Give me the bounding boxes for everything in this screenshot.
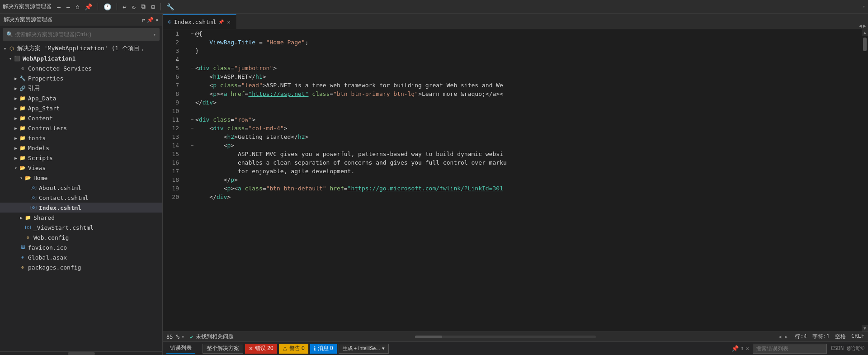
search-dropdown-icon[interactable]: ▾	[153, 32, 156, 38]
panel-expand-icon[interactable]: ⬆	[741, 345, 744, 352]
btn-warnings[interactable]: ⚠ 警告 0	[279, 344, 308, 354]
history-icon[interactable]: 🕐	[102, 2, 113, 11]
tree-item-fonts[interactable]: ▶ 📁 fonts	[0, 133, 162, 143]
btn-build-scope[interactable]: 生成 + IntelliSe... ▾	[339, 344, 389, 354]
controllers-icon: 📁	[19, 124, 26, 132]
viewstart-label: _ViewStart.cshtml	[33, 224, 94, 231]
tab-close-button[interactable]: ✕	[227, 19, 231, 25]
home-arrow: ▾	[18, 175, 24, 180]
code-editor[interactable]: 1234567891011121314151617181920 −@{ View…	[163, 29, 868, 331]
error-search-input[interactable]	[753, 344, 827, 354]
fold-icon-11[interactable]: −	[189, 115, 195, 124]
line-number-19: 19	[163, 184, 185, 193]
code-line-16: enables a clean separation of concerns a…	[189, 158, 862, 167]
tab-index-cshtml[interactable]: © Index.cshtml 📌 ✕	[163, 14, 236, 29]
main-layout: 解决方案资源管理器 ⇄ 📌 ✕ 🔍 ▾ ▾ ⬡ 解决方案 'MyWebAppli…	[0, 14, 868, 355]
paste-icon[interactable]: ⊡	[149, 2, 156, 11]
sidebar-pin-icon[interactable]: 📌	[147, 17, 154, 23]
btn-solution-scope[interactable]: 整个解决方案	[203, 344, 243, 354]
properties-icon: 🔧	[19, 75, 26, 82]
tree-item-packages-config[interactable]: ⚙ packages.config	[0, 262, 162, 272]
tree-item-models[interactable]: ▶ 📁 Models	[0, 143, 162, 153]
warning-icon: ⚠	[283, 346, 288, 352]
tree-item-scripts[interactable]: ▶ 📁 Scripts	[0, 153, 162, 163]
scroll-down-button[interactable]: ▼	[862, 325, 868, 331]
sidebar-close-icon[interactable]: ✕	[156, 17, 159, 23]
tab-pin-icon[interactable]: 📌	[218, 19, 224, 24]
zoom-dropdown[interactable]: ▾	[181, 334, 184, 340]
sidebar-sync-icon[interactable]: ⇄	[142, 17, 145, 23]
tree-item-webconfig-views[interactable]: ⚙ Web.config	[0, 232, 162, 242]
forward-icon[interactable]: →	[64, 2, 71, 11]
refs-icon: 🔗	[19, 85, 26, 92]
code-line-12: − <div class="col-md-4">	[189, 124, 862, 133]
undo-icon[interactable]: ↩	[121, 2, 128, 11]
tree-item-index[interactable]: [©] Index.cshtml	[0, 203, 162, 213]
tree-item-shared[interactable]: ▶ 📁 Shared	[0, 213, 162, 222]
bottom-panel: 错误列表 整个解决方案 ✕ 错误 20 ⚠ 警告 0 ℹ 消息 0 生成 + I…	[163, 341, 868, 355]
btn-errors[interactable]: ✕ 错误 20	[245, 344, 277, 354]
code-content[interactable]: −@{ ViewBag.Title = "Home Page"; } −<div…	[185, 29, 862, 331]
tab-bar: © Index.cshtml 📌 ✕ ◀ ▶	[163, 14, 868, 29]
tree-item-about[interactable]: [©] About.cshtml	[0, 183, 162, 193]
models-arrow: ▶	[13, 146, 19, 151]
code-line-15: ASP.NET MVC gives you a powerful, patter…	[189, 150, 862, 158]
copy-icon[interactable]: ⧉	[139, 2, 147, 11]
panel-tab-errors[interactable]: 错误列表	[166, 343, 195, 354]
tree-item-controllers[interactable]: ▶ 📁 Controllers	[0, 123, 162, 133]
horizontal-scroll-thumb[interactable]	[415, 336, 442, 338]
fold-icon-3	[189, 47, 195, 55]
tree-item-solution[interactable]: ▾ ⬡ 解决方案 'MyWebApplication' (1 个项目，	[0, 43, 162, 53]
home-folder-icon: 📂	[24, 174, 32, 181]
tree-item-project[interactable]: ▾ ⬛ WebApplication1	[0, 53, 162, 63]
tree-item-connected-services[interactable]: ⚙ Connected Services	[0, 63, 162, 73]
zoom-status-bar: 85 % ▾ ✔ 未找到相关问题 ◀ ▶ 行:4 字符:1 空格 CRLF	[163, 331, 868, 341]
tree-item-contact[interactable]: [©] Contact.cshtml	[0, 193, 162, 203]
scroll-up-button[interactable]: ▲	[862, 29, 868, 36]
tree-item-viewstart[interactable]: [©] _ViewStart.cshtml	[0, 222, 162, 232]
vertical-scrollbar[interactable]: ▲ ▼	[862, 29, 868, 331]
scroll-thumb[interactable]	[863, 38, 867, 51]
tree-item-favicon[interactable]: 🖼 favicon.ico	[0, 242, 162, 252]
redo-icon[interactable]: ↻	[130, 2, 137, 11]
tree-item-content[interactable]: ▶ 📁 Content	[0, 113, 162, 123]
app-data-arrow: ▶	[13, 96, 19, 101]
scroll-left-btn[interactable]: ◀	[778, 334, 781, 339]
fold-icon-12[interactable]: −	[189, 124, 195, 133]
viewstart-icon: [©]	[24, 224, 32, 231]
scroll-down-icon: ▼	[863, 326, 866, 331]
tab-left-arrow[interactable]: ◀	[859, 23, 862, 29]
shared-label: Shared	[33, 214, 55, 221]
search-input[interactable]	[15, 31, 153, 38]
editor-area: © Index.cshtml 📌 ✕ ◀ ▶ 12345678910111213…	[163, 14, 868, 355]
tab-right-arrow[interactable]: ▶	[863, 23, 866, 29]
fold-icon-19	[189, 184, 195, 193]
back-icon[interactable]: ←	[55, 2, 62, 11]
fold-icon-8	[189, 90, 195, 98]
tree-item-global-asax[interactable]: ⊛ Global.asax	[0, 252, 162, 262]
code-line-6: <h1>ASP.NET</h1>	[189, 72, 862, 81]
btn-messages[interactable]: ℹ 消息 0	[310, 344, 337, 354]
settings-icon[interactable]: 🔧	[165, 2, 176, 11]
panel-pin-icon[interactable]: 📌	[731, 345, 739, 352]
fold-icon-14[interactable]: −	[189, 141, 195, 150]
home-icon[interactable]: ⌂	[74, 2, 81, 11]
tree-item-refs[interactable]: ▶ 🔗 引用	[0, 83, 162, 93]
pin-icon[interactable]: 📌	[83, 2, 94, 11]
tree-item-views[interactable]: ▾ 📂 Views	[0, 163, 162, 173]
line-number-12: 12	[163, 124, 185, 133]
panel-close-icon[interactable]: ✕	[746, 345, 750, 352]
scroll-right-btn[interactable]: ▶	[785, 334, 788, 339]
tree-item-app-data[interactable]: ▶ 📁 App_Data	[0, 93, 162, 103]
fold-icon-5[interactable]: −	[189, 64, 195, 72]
top-toolbar: 解决方案资源管理器 ← → ⌂ 📌 🕐 ↩ ↻ ⧉ ⊡ 🔧 ▾	[0, 0, 868, 14]
views-arrow: ▾	[13, 166, 19, 170]
fold-icon-1[interactable]: −	[189, 29, 195, 38]
tab-scroll-arrows: ◀ ▶	[859, 23, 868, 29]
tree-item-properties[interactable]: ▶ 🔧 Properties	[0, 73, 162, 83]
tree-item-app-start[interactable]: ▶ 📁 App_Start	[0, 103, 162, 113]
tree-item-home[interactable]: ▾ 📂 Home	[0, 173, 162, 183]
cursor-char: 字符:1	[812, 333, 830, 341]
error-icon: ✕	[249, 346, 253, 352]
zoom-level[interactable]: 85 %	[166, 334, 179, 340]
